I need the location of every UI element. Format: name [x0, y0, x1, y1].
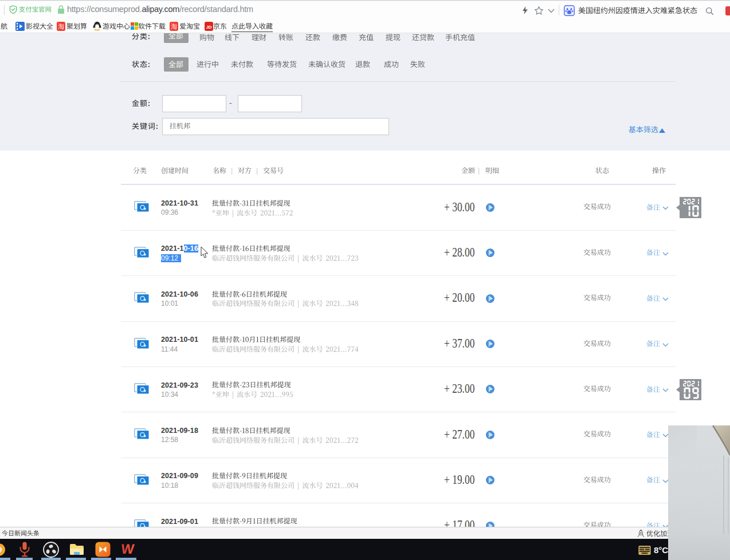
svg-text:W: W — [120, 542, 135, 557]
svg-text:JD: JD — [206, 25, 211, 30]
